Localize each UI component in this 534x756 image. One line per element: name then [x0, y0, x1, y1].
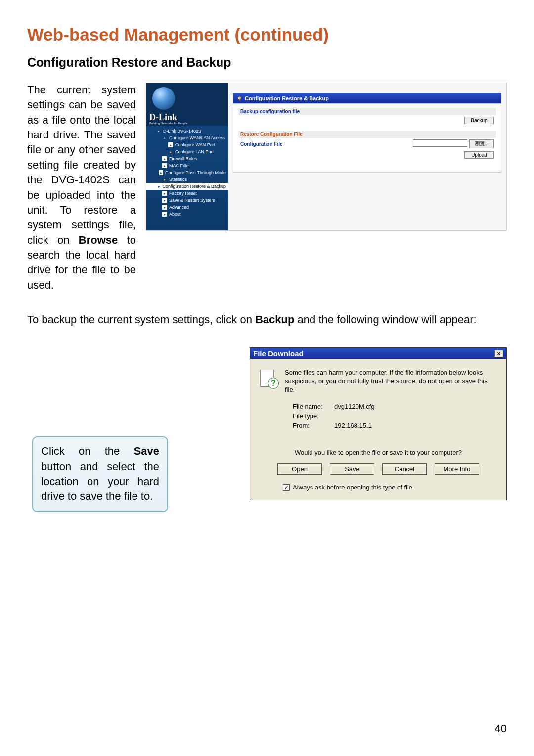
intro-paragraph: The current system settings can be saved…: [27, 83, 136, 293]
text: and the following window will appear:: [294, 313, 476, 326]
tree-item[interactable]: ▸Configure Pass-Through Mode: [146, 169, 228, 176]
tree-item[interactable]: ▸About: [146, 211, 228, 218]
tree-item-label: Configure WAN Port: [175, 142, 215, 147]
pg-icon: ▸: [162, 163, 167, 168]
tree-item-label: Configuration Restore & Backup: [162, 184, 226, 189]
restore-header: Restore Configuration File: [238, 131, 496, 138]
file-download-dialog: File Download × ? Some files can harm yo…: [250, 347, 507, 500]
brand-tagline: Building Networks for People: [149, 122, 187, 125]
always-ask-label: Always ask before opening this type of f…: [293, 484, 412, 491]
pg-icon: ▸: [162, 205, 167, 210]
cancel-button[interactable]: Cancel: [382, 463, 427, 475]
tree-item[interactable]: ▸Configure LAN Port: [146, 148, 228, 155]
save-callout: Click on the Save button and select the …: [32, 436, 168, 512]
save-keyword: Save: [134, 445, 159, 457]
bottom-row: Click on the Save button and select the …: [27, 347, 507, 512]
pg-icon: ▸: [168, 142, 173, 147]
folder-icon: ▸: [168, 149, 173, 154]
text: The current system settings can be saved…: [27, 84, 136, 246]
from-value: 192.168.15.1: [334, 422, 372, 429]
dialog-title-text: File Download: [253, 349, 304, 357]
tree-item-label: Configure Pass-Through Mode: [165, 170, 226, 175]
upload-button[interactable]: Upload: [464, 151, 494, 159]
tree-item[interactable]: ▪D-Link DVG-1402S: [146, 128, 228, 134]
backup-keyword: Backup: [255, 313, 294, 326]
browse-button[interactable]: 瀏覽...: [469, 139, 494, 148]
pg-icon: ▸: [162, 191, 167, 196]
config-file-label: Configuration File: [240, 141, 283, 147]
tree-item[interactable]: ▸Advanced: [146, 204, 228, 211]
main-content-row: The current system settings can be saved…: [27, 83, 507, 293]
tree-item[interactable]: ▸Firewall Rules: [146, 155, 228, 162]
section-title: Configuration Restore and Backup: [27, 55, 507, 70]
dialog-file-meta: File name: dvg1120M.cfg File type: From:…: [293, 403, 497, 429]
tree-item[interactable]: ▸Save & Restart System: [146, 197, 228, 204]
tree-item-label: Configure WAN/LAN Access: [169, 135, 225, 140]
dialog-titlebar: File Download ×: [250, 348, 506, 359]
backup-button[interactable]: Backup: [464, 117, 494, 124]
from-label: From:: [293, 422, 330, 429]
tree-item-label: Advanced: [169, 205, 189, 210]
tree-item[interactable]: ▸Statistics: [146, 176, 228, 183]
config-file-input[interactable]: [413, 139, 467, 147]
tree-item-label: Factory Reset: [169, 191, 197, 196]
page-number: 40: [495, 722, 507, 735]
save-button[interactable]: Save: [330, 463, 374, 475]
backup-label: Backup configuration file: [238, 108, 496, 115]
globe-icon: [152, 87, 175, 110]
folder-icon: ▸: [162, 177, 167, 182]
tree-item-label: MAC Filter: [169, 163, 190, 168]
dialog-warning-text: Some files can harm your computer. If th…: [285, 369, 497, 394]
router-admin-screenshot: D-Link Building Networks for People ▪D-L…: [146, 83, 507, 231]
filename-value: dvg1120M.cfg: [334, 403, 375, 410]
dialog-body: ? Some files can harm your computer. If …: [250, 359, 506, 500]
router-main-panel: ✶ Configuration Restore & Backup Backup …: [228, 83, 506, 230]
more-info-button[interactable]: More Info: [435, 463, 479, 475]
always-ask-checkbox[interactable]: ✓: [283, 484, 290, 491]
device-icon: ▪: [156, 129, 161, 133]
close-icon[interactable]: ×: [494, 350, 503, 357]
filetype-label: File type:: [293, 412, 330, 420]
panel-body: Backup configuration file Backup Restore…: [233, 103, 501, 173]
backup-paragraph: To backup the current system settings, c…: [27, 312, 507, 327]
tree-item-label: About: [169, 212, 181, 217]
tree-item[interactable]: ▸Configure WAN Port: [146, 141, 228, 148]
pg-icon: ▸: [159, 170, 163, 175]
restore-block: Restore Configuration File Configuration…: [238, 131, 496, 160]
browse-keyword: Browse: [79, 234, 118, 246]
panel-title-text: Configuration Restore & Backup: [245, 95, 329, 101]
router-logo-area: D-Link Building Networks for People: [146, 83, 228, 126]
tree-item-label: Firewall Rules: [169, 156, 197, 161]
question-file-icon: ?: [259, 369, 278, 388]
tree-item-label: Save & Restart System: [169, 198, 215, 203]
brand-text: D-Link: [149, 113, 177, 122]
tree-item-label: D-Link DVG-1402S: [163, 129, 201, 133]
always-ask-row: ✓ Always ask before opening this type of…: [283, 484, 497, 491]
open-button[interactable]: Open: [277, 463, 322, 475]
panel-header: ✶ Configuration Restore & Backup: [233, 93, 501, 104]
tree-item[interactable]: ▸Configuration Restore & Backup: [146, 183, 228, 190]
dialog-prompt: Would you like to open the file or save …: [259, 449, 497, 456]
tree-item[interactable]: ▸MAC Filter: [146, 162, 228, 169]
pg-icon: ▸: [162, 198, 167, 203]
text: To backup the current system settings, c…: [27, 313, 255, 326]
tree-item-label: Configure LAN Port: [175, 149, 214, 154]
pg-icon: ▸: [162, 212, 167, 217]
gear-icon: ✶: [237, 95, 242, 102]
tree-item[interactable]: ▪Configure WAN/LAN Access: [146, 134, 228, 141]
tree-item-label: Statistics: [169, 177, 187, 182]
pg-icon: ▸: [158, 184, 161, 189]
device-icon: ▪: [162, 135, 167, 140]
filename-label: File name:: [293, 403, 330, 410]
nav-tree: ▪D-Link DVG-1402S▪Configure WAN/LAN Acce…: [146, 126, 228, 220]
text: button and select the location on your h…: [41, 460, 159, 503]
text: Click on the: [41, 445, 134, 457]
backup-block: Backup configuration file Backup: [238, 108, 496, 126]
page-title: Web-based Management (continued): [27, 25, 507, 44]
router-sidebar: D-Link Building Networks for People ▪D-L…: [146, 83, 228, 230]
dialog-buttons: Open Save Cancel More Info: [259, 463, 497, 475]
pg-icon: ▸: [162, 156, 167, 161]
tree-item[interactable]: ▸Factory Reset: [146, 190, 228, 197]
